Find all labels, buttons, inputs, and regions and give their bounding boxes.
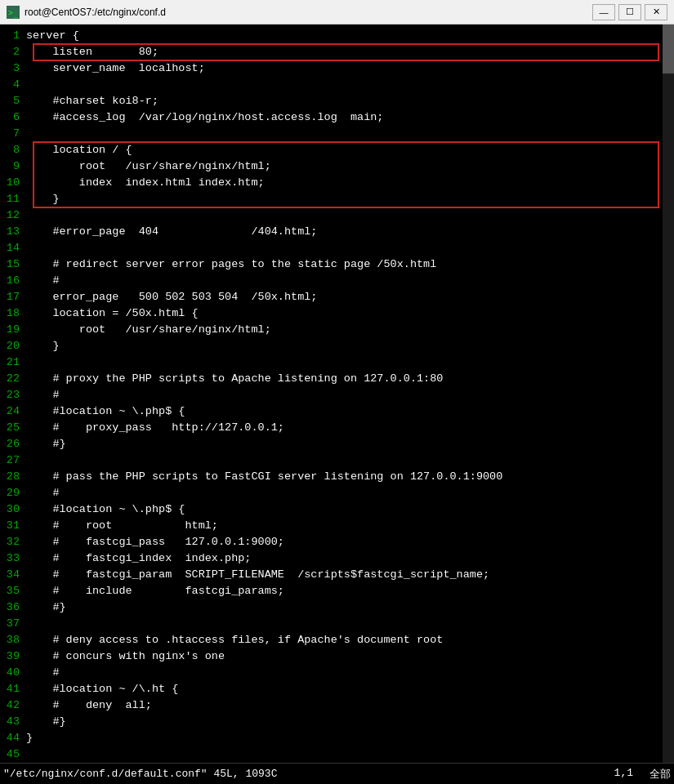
line-content: # redirect server error pages to the sta… <box>26 256 436 273</box>
line-11: 11 } <box>0 191 663 207</box>
line-7: 7 <box>0 126 663 142</box>
line-number: 27 <box>0 452 26 469</box>
line-12: 12 <box>0 207 663 224</box>
line-26: 26 #} <box>0 436 663 452</box>
line-18: 18 location = /50x.html { <box>0 305 663 322</box>
line-35: 35 # include fastcgi_params; <box>0 583 663 599</box>
line-content: #} <box>26 599 66 616</box>
terminal: 1server {2 listen 80;3 server_name local… <box>0 24 674 763</box>
line-42: 42 # deny all; <box>0 697 663 714</box>
line-number: 10 <box>0 175 26 191</box>
svg-text:>_: >_ <box>8 8 19 18</box>
status-file-info: "/etc/nginx/conf.d/default.conf" 45L, 10… <box>3 768 614 780</box>
line-number: 6 <box>0 109 26 126</box>
line-content: #error_page 404 /404.html; <box>26 224 317 240</box>
line-37: 37 <box>0 616 663 632</box>
line-number: 36 <box>0 599 26 616</box>
line-content: server_name localhost; <box>26 60 205 77</box>
line-content: #} <box>26 714 66 730</box>
title-bar: >_ root@CentOS7:/etc/nginx/conf.d — ☐ ✕ <box>0 0 674 24</box>
line-15: 15 # redirect server error pages to the … <box>0 256 663 273</box>
line-39: 39 # concurs with nginx's one <box>0 648 663 665</box>
line-content: # fastcgi_param SCRIPT_FILENAME /scripts… <box>26 567 489 583</box>
line-number: 11 <box>0 191 26 207</box>
minimize-button[interactable]: — <box>592 4 615 20</box>
line-content: #location ~ \.php$ { <box>26 403 185 420</box>
line-25: 25 # proxy_pass http://127.0.0.1; <box>0 420 663 436</box>
scrollbar[interactable] <box>663 24 674 763</box>
maximize-button[interactable]: ☐ <box>618 4 641 20</box>
line-number: 4 <box>0 77 26 93</box>
line-content: # <box>26 387 60 403</box>
line-content: #location ~ /\.ht { <box>26 681 178 697</box>
line-number: 41 <box>0 681 26 697</box>
line-36: 36 #} <box>0 599 663 616</box>
line-content: error_page 500 502 503 504 /50x.html; <box>26 289 317 305</box>
line-4: 4 <box>0 77 663 93</box>
line-33: 33 # fastcgi_index index.php; <box>0 550 663 567</box>
line-content: server { <box>26 28 79 44</box>
line-3: 3 server_name localhost; <box>0 60 663 77</box>
line-content: } <box>26 191 60 207</box>
line-content: # <box>26 665 60 681</box>
line-number: 26 <box>0 436 26 452</box>
line-38: 38 # deny access to .htaccess files, if … <box>0 632 663 648</box>
line-number: 40 <box>0 665 26 681</box>
line-content: index index.html index.htm; <box>26 175 265 191</box>
line-number: 1 <box>0 28 26 44</box>
line-20: 20 } <box>0 338 663 354</box>
status-bar: "/etc/nginx/conf.d/default.conf" 45L, 10… <box>0 763 674 784</box>
lines-container: 1server {2 listen 80;3 server_name local… <box>0 28 663 760</box>
line-number: 5 <box>0 93 26 109</box>
line-content: # <box>26 273 60 289</box>
line-number: 42 <box>0 697 26 714</box>
line-30: 30 #location ~ \.php$ { <box>0 501 663 518</box>
line-content: # concurs with nginx's one <box>26 648 225 665</box>
line-24: 24 #location ~ \.php$ { <box>0 403 663 420</box>
line-number: 35 <box>0 583 26 599</box>
line-41: 41 #location ~ /\.ht { <box>0 681 663 697</box>
line-content: listen 80; <box>26 44 158 60</box>
line-content: # root html; <box>26 518 218 534</box>
line-number: 33 <box>0 550 26 567</box>
line-34: 34 # fastcgi_param SCRIPT_FILENAME /scri… <box>0 567 663 583</box>
line-number: 24 <box>0 403 26 420</box>
title-text: root@CentOS7:/etc/nginx/conf.d <box>25 7 166 18</box>
line-28: 28 # pass the PHP scripts to FastCGI ser… <box>0 469 663 485</box>
line-content: } <box>26 338 60 354</box>
line-number: 31 <box>0 518 26 534</box>
line-43: 43 #} <box>0 714 663 730</box>
terminal-icon: >_ <box>7 6 20 19</box>
line-number: 34 <box>0 567 26 583</box>
scrollbar-thumb[interactable] <box>663 24 674 74</box>
line-29: 29 # <box>0 485 663 501</box>
line-45: 45 <box>0 746 663 763</box>
line-14: 14 <box>0 240 663 256</box>
line-2: 2 listen 80; <box>0 44 663 60</box>
title-bar-buttons: — ☐ ✕ <box>592 4 667 20</box>
line-6: 6 #access_log /var/log/nginx/host.access… <box>0 109 663 126</box>
line-content: #location ~ \.php$ { <box>26 501 185 518</box>
line-10: 10 index index.html index.htm; <box>0 175 663 191</box>
line-number: 29 <box>0 485 26 501</box>
line-number: 14 <box>0 240 26 256</box>
line-number: 9 <box>0 158 26 175</box>
line-content: #charset koi8-r; <box>26 93 158 109</box>
line-number: 45 <box>0 746 26 763</box>
line-32: 32 # fastcgi_pass 127.0.0.1:9000; <box>0 534 663 550</box>
line-9: 9 root /usr/share/nginx/html; <box>0 158 663 175</box>
line-number: 23 <box>0 387 26 403</box>
line-number: 18 <box>0 305 26 322</box>
line-1: 1server { <box>0 28 663 44</box>
line-content: root /usr/share/nginx/html; <box>26 158 271 175</box>
line-number: 17 <box>0 289 26 305</box>
line-number: 20 <box>0 338 26 354</box>
line-content: # pass the PHP scripts to FastCGI server… <box>26 469 502 485</box>
line-number: 15 <box>0 256 26 273</box>
line-content: location / { <box>26 142 132 158</box>
close-button[interactable]: ✕ <box>645 4 667 20</box>
line-content: #} <box>26 436 66 452</box>
line-content: # fastcgi_index index.php; <box>26 550 251 567</box>
line-31: 31 # root html; <box>0 518 663 534</box>
line-number: 37 <box>0 616 26 632</box>
